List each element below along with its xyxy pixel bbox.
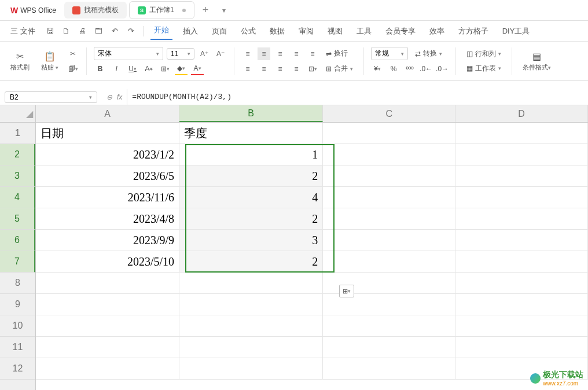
- cell-d8[interactable]: [455, 273, 588, 294]
- format-painter-button[interactable]: ✂ 格式刷: [7, 48, 33, 74]
- menu-data[interactable]: 数据: [266, 24, 288, 39]
- align-top-button[interactable]: ≡: [241, 47, 254, 60]
- align-center-button[interactable]: ≡: [258, 62, 270, 75]
- menu-page[interactable]: 页面: [208, 24, 230, 39]
- decrease-font-button[interactable]: A⁻: [214, 47, 227, 60]
- orientation-button[interactable]: ⊡▾: [306, 62, 319, 75]
- justify-button[interactable]: ≡: [290, 62, 303, 75]
- cell-c10[interactable]: [323, 315, 455, 337]
- row-header-5[interactable]: 5: [0, 208, 35, 230]
- cell-a5[interactable]: 2023/4/8: [36, 208, 179, 230]
- tab-add-button[interactable]: +: [197, 2, 215, 19]
- cell-a11[interactable]: [36, 337, 179, 358]
- underline-button[interactable]: U▾: [126, 62, 139, 75]
- cell-b8[interactable]: [179, 273, 323, 294]
- save-icon[interactable]: 🖫: [46, 27, 55, 36]
- row-header-4[interactable]: 4: [0, 187, 35, 208]
- cell-c5[interactable]: [323, 208, 455, 230]
- row-header-10[interactable]: 10: [0, 315, 35, 337]
- cancel-icon[interactable]: ⊖: [106, 93, 112, 101]
- fx-icon[interactable]: fx: [117, 93, 122, 101]
- cell-b11[interactable]: [179, 337, 323, 358]
- undo-icon[interactable]: ↶: [111, 27, 120, 36]
- redo-icon[interactable]: ↷: [127, 27, 136, 36]
- cell-c11[interactable]: [323, 337, 455, 358]
- row-header-11[interactable]: 11: [0, 337, 35, 358]
- cell-b3[interactable]: 2: [179, 165, 323, 187]
- cell-d4[interactable]: [455, 187, 588, 208]
- preview-icon[interactable]: 🗔: [94, 27, 104, 36]
- cell-a2[interactable]: 2023/1/2: [36, 144, 179, 165]
- align-right-button[interactable]: ≡: [274, 62, 286, 75]
- cell-a4[interactable]: 2023/11/6: [36, 187, 179, 208]
- tab-menu-button[interactable]: ▾: [216, 4, 231, 17]
- cell-b4[interactable]: 4: [179, 187, 323, 208]
- cell-a9[interactable]: [36, 294, 179, 315]
- cell-b5[interactable]: 2: [179, 208, 323, 230]
- cell-b6[interactable]: 3: [179, 230, 323, 251]
- worksheet-button[interactable]: ▦ 工作表 ▾: [463, 62, 505, 75]
- cell-b9[interactable]: [179, 294, 323, 315]
- cell-a7[interactable]: 2023/5/10: [36, 251, 179, 273]
- file-menu[interactable]: 三 文件: [7, 24, 39, 39]
- cell-b2[interactable]: 1: [179, 144, 323, 165]
- col-header-d[interactable]: D: [455, 105, 588, 122]
- menu-insert[interactable]: 插入: [179, 24, 201, 39]
- select-all-corner[interactable]: ◢: [0, 105, 35, 123]
- tab-template[interactable]: 找稻壳模板: [64, 2, 127, 19]
- increase-font-button[interactable]: A⁺: [198, 47, 211, 60]
- copy-button[interactable]: 🗐▾: [67, 62, 79, 75]
- align-middle-button[interactable]: ≡: [258, 47, 270, 60]
- col-header-c[interactable]: C: [323, 105, 455, 122]
- cell-c12[interactable]: [323, 358, 455, 380]
- font-name-select[interactable]: 宋体▾: [94, 47, 163, 60]
- menu-member[interactable]: 会员专享: [382, 24, 419, 39]
- cell-d5[interactable]: [455, 208, 588, 230]
- cell-c4[interactable]: [323, 187, 455, 208]
- italic-button[interactable]: I: [110, 62, 123, 75]
- cell-d9[interactable]: [455, 294, 588, 315]
- menu-review[interactable]: 审阅: [295, 24, 317, 39]
- cell-d11[interactable]: [455, 337, 588, 358]
- row-header-6[interactable]: 6: [0, 230, 35, 251]
- cell-d6[interactable]: [455, 230, 588, 251]
- cell-a3[interactable]: 2023/6/5: [36, 165, 179, 187]
- cell-d1[interactable]: [455, 123, 588, 144]
- cond-format-button[interactable]: ▤ 条件格式▾: [519, 48, 554, 74]
- cell-b7[interactable]: 2: [179, 251, 323, 273]
- strike-button[interactable]: A▾: [142, 62, 155, 75]
- wrap-button[interactable]: ⇌ 换行: [322, 47, 351, 60]
- cell-a6[interactable]: 2023/9/9: [36, 230, 179, 251]
- cell-c1[interactable]: [323, 123, 455, 144]
- cell-b10[interactable]: [179, 315, 323, 337]
- formula-input[interactable]: =ROUNDUP(MONTH(A2)/3,): [127, 89, 588, 105]
- col-header-a[interactable]: A: [36, 105, 179, 122]
- new-icon[interactable]: 🗋: [62, 27, 71, 36]
- paste-button[interactable]: 📋 粘贴 ▾: [38, 48, 62, 74]
- cell-a1[interactable]: 日期: [36, 123, 179, 144]
- row-header-1[interactable]: 1: [0, 123, 35, 144]
- row-header-12[interactable]: 12: [0, 358, 35, 380]
- merge-button[interactable]: ⊞ 合并 ▾: [322, 62, 357, 75]
- cell-c6[interactable]: [323, 230, 455, 251]
- decimal-dec-button[interactable]: .0→: [436, 62, 449, 75]
- name-box[interactable]: B2 ▾: [5, 91, 97, 103]
- cell-d2[interactable]: [455, 144, 588, 165]
- menu-efficiency[interactable]: 效率: [426, 24, 448, 39]
- convert-button[interactable]: ⇄ 转换▾: [411, 47, 446, 60]
- cell-a8[interactable]: [36, 273, 179, 294]
- align-bottom-button[interactable]: ≡: [274, 47, 286, 60]
- rowcol-button[interactable]: ◫ 行和列 ▾: [463, 48, 505, 60]
- print-icon[interactable]: 🖨: [78, 27, 87, 36]
- decimal-inc-button[interactable]: .0←: [420, 62, 432, 75]
- cell-a10[interactable]: [36, 315, 179, 337]
- cell-c2[interactable]: [323, 144, 455, 165]
- cell-d3[interactable]: [455, 165, 588, 187]
- row-header-7[interactable]: 7: [0, 251, 35, 273]
- font-size-select[interactable]: 11▾: [167, 48, 194, 60]
- col-header-b[interactable]: B: [179, 105, 323, 122]
- fill-color-button[interactable]: ◆▾: [175, 62, 188, 75]
- menu-view[interactable]: 视图: [324, 24, 346, 39]
- cell-a12[interactable]: [36, 358, 179, 380]
- cell-c3[interactable]: [323, 165, 455, 187]
